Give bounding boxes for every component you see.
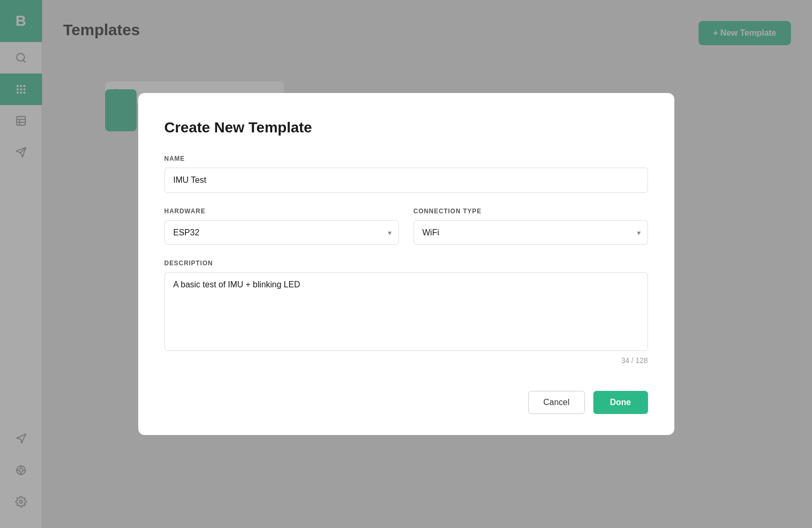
hardware-select-wrapper: ESP32 ESP8266 Arduino Raspberry Pi ▾ <box>165 220 399 245</box>
connection-label: CONNECTION TYPE <box>414 208 648 215</box>
hardware-select[interactable]: ESP32 ESP8266 Arduino Raspberry Pi <box>165 220 399 245</box>
connection-select-wrapper: WiFi Bluetooth USB Ethernet ▾ <box>414 220 648 245</box>
cancel-button[interactable]: Cancel <box>528 391 585 414</box>
hardware-form-group: HARDWARE ESP32 ESP8266 Arduino Raspberry… <box>165 208 399 245</box>
description-label: DESCRIPTION <box>165 260 648 267</box>
description-form-group: DESCRIPTION A basic test of <span class=… <box>165 260 648 365</box>
description-textarea[interactable]: A basic test of <span class="spell-squig… <box>165 272 648 351</box>
modal-overlay[interactable]: Create New Template NAME HARDWARE ESP32 … <box>0 0 812 528</box>
name-label: NAME <box>165 155 648 162</box>
create-template-modal: Create New Template NAME HARDWARE ESP32 … <box>138 93 674 435</box>
char-count: 34 / 128 <box>165 356 648 365</box>
done-button[interactable]: Done <box>593 391 648 414</box>
hardware-connection-row: HARDWARE ESP32 ESP8266 Arduino Raspberry… <box>165 208 648 245</box>
connection-form-group: CONNECTION TYPE WiFi Bluetooth USB Ether… <box>414 208 648 245</box>
modal-footer: Cancel Done <box>165 380 648 414</box>
name-input[interactable] <box>165 168 648 193</box>
name-form-group: NAME <box>165 155 648 193</box>
hardware-label: HARDWARE <box>165 208 399 215</box>
modal-title: Create New Template <box>165 119 648 136</box>
connection-select[interactable]: WiFi Bluetooth USB Ethernet <box>414 220 648 245</box>
